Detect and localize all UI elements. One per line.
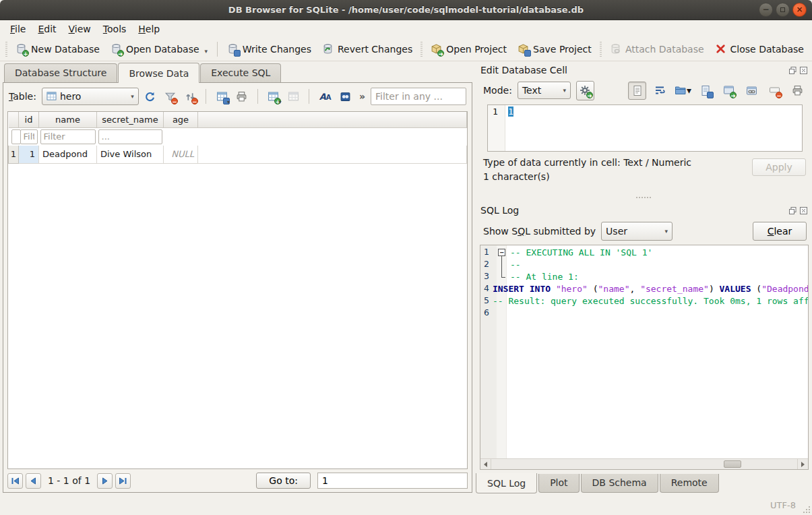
open-database-button[interactable]: ➜ Open Database ▾ — [105, 40, 213, 57]
print-cell-button[interactable] — [788, 82, 807, 100]
find-in-table-button[interactable] — [336, 88, 354, 105]
data-grid: id name secret_name age — [7, 111, 468, 469]
toolbar-handle[interactable] — [600, 42, 602, 57]
log-horizontal-scrollbar[interactable] — [480, 458, 808, 469]
filter-input-name[interactable] — [20, 129, 38, 144]
copy-link-button[interactable] — [743, 82, 761, 100]
log-line-number: 2 — [480, 259, 497, 271]
clear-sorting-button[interactable]: − — [181, 88, 199, 105]
edit-cell-toolbar: Mode: Text ▾ ➜ — [475, 78, 812, 103]
import-cell-data-button[interactable]: ▾ — [674, 82, 692, 100]
fold-marker[interactable]: − — [497, 247, 507, 259]
auto-switch-mode-button[interactable]: ➜ — [576, 81, 594, 100]
menu-tools[interactable]: Tools — [97, 22, 133, 36]
refresh-button[interactable] — [142, 88, 159, 105]
close-panel-icon[interactable] — [799, 206, 808, 215]
float-panel-icon[interactable] — [788, 66, 797, 75]
cell-id[interactable]: 1 — [19, 146, 39, 164]
print-button[interactable] — [233, 88, 251, 105]
close-icon: × — [796, 5, 803, 14]
edit-display-format-button[interactable]: AA — [316, 88, 334, 105]
clear-log-button[interactable]: Clear — [753, 222, 807, 241]
word-wrap-button[interactable] — [651, 82, 669, 100]
menu-view[interactable]: View — [63, 22, 97, 36]
toolbar-overflow-chevron[interactable]: » — [356, 91, 368, 102]
table-select[interactable]: hero ▾ — [42, 88, 139, 105]
last-record-button[interactable] — [115, 473, 131, 489]
tab-sql-log[interactable]: SQL Log — [476, 473, 537, 493]
maximize-button[interactable] — [776, 3, 790, 17]
scroll-right-arrow[interactable] — [797, 459, 808, 469]
close-panel-icon[interactable] — [799, 66, 808, 75]
folder-open-icon — [675, 85, 687, 96]
scrollbar-thumb[interactable] — [724, 460, 741, 468]
fold-gutter — [497, 259, 507, 271]
first-record-button[interactable] — [7, 473, 23, 489]
close-database-button[interactable]: Close Database — [710, 40, 809, 57]
open-project-icon: ➜ — [431, 43, 442, 55]
open-database-icon: ➜ — [111, 43, 122, 55]
set-null-icon: − — [769, 85, 780, 96]
open-in-external-app-button[interactable]: ➜ — [720, 82, 738, 100]
filter-any-column-input[interactable] — [371, 88, 466, 105]
cell-editor[interactable]: 1 1 — [487, 104, 803, 152]
goto-input[interactable] — [317, 473, 468, 489]
column-header-name[interactable]: name — [39, 112, 97, 127]
open-database-menu-arrow[interactable]: ▾ — [205, 48, 208, 55]
titlebar[interactable]: DB Browser for SQLite - /home/user/code/… — [0, 0, 812, 20]
mode-select[interactable]: Text ▾ — [518, 82, 571, 99]
panel-splitter[interactable] — [475, 193, 812, 202]
sql-log-view[interactable]: 1−-- EXECUTING ALL IN 'SQL 1'2--3-- At l… — [480, 245, 809, 470]
log-line-text: INSERT INTO "hero" ("name", "secret_name… — [489, 283, 809, 295]
filter-input-age[interactable] — [98, 129, 162, 144]
resize-grip[interactable] — [803, 506, 810, 513]
tab-execute-sql[interactable]: Execute SQL — [200, 63, 281, 82]
cell-name[interactable]: Deadpond — [39, 146, 97, 164]
goto-button[interactable]: Go to: — [256, 473, 311, 489]
save-project-button[interactable]: Save Project — [512, 40, 597, 57]
set-null-button[interactable]: − — [766, 82, 784, 100]
scroll-left-arrow[interactable] — [480, 459, 491, 469]
cell-age[interactable]: NULL — [164, 146, 198, 164]
mode-select-value: Text — [522, 85, 541, 96]
minimize-button[interactable]: − — [759, 3, 773, 17]
menu-help[interactable]: Help — [132, 22, 166, 36]
tab-browse-data[interactable]: Browse Data — [118, 63, 199, 83]
fold-collapse-icon[interactable]: − — [498, 249, 505, 256]
sql-submitter-select[interactable]: User ▾ — [601, 222, 673, 241]
close-button[interactable]: × — [792, 3, 807, 17]
last-record-icon — [119, 477, 127, 485]
revert-changes-icon — [322, 43, 334, 55]
filter-input-id[interactable] — [11, 129, 21, 144]
export-cell-data-button[interactable] — [697, 82, 715, 100]
filter-input-secret-name[interactable] — [40, 129, 96, 144]
record-count: 1 - 1 of 1 — [48, 475, 90, 486]
cell-secret-name[interactable]: Dive Wilson — [97, 146, 164, 164]
menu-file[interactable]: File — [4, 22, 32, 36]
column-header-secret-name[interactable]: secret_name — [97, 112, 164, 127]
export-table-button[interactable]: ▾ — [213, 88, 230, 105]
tab-db-schema[interactable]: DB Schema — [581, 474, 658, 493]
write-changes-button[interactable]: Write Changes — [222, 40, 317, 57]
menu-edit[interactable]: Edit — [32, 22, 62, 36]
grid-corner[interactable] — [9, 112, 19, 127]
text-mode-button[interactable] — [628, 82, 646, 100]
column-header-id[interactable]: id — [19, 112, 39, 127]
column-header-age[interactable]: age — [164, 112, 198, 127]
revert-changes-button[interactable]: Revert Changes — [317, 40, 418, 57]
tab-database-structure[interactable]: Database Structure — [4, 63, 117, 82]
clear-sorting-icon: − — [185, 91, 196, 102]
toolbar-handle[interactable] — [5, 42, 7, 57]
insert-record-button[interactable]: + ▾ — [265, 88, 282, 105]
float-panel-icon[interactable] — [788, 206, 797, 215]
toolbar-handle[interactable] — [420, 42, 423, 57]
row-header[interactable]: 1 — [9, 146, 19, 164]
open-project-button[interactable]: ➜ Open Project — [425, 40, 512, 57]
new-database-button[interactable]: + New Database — [10, 40, 105, 57]
tab-remote[interactable]: Remote — [660, 474, 719, 493]
previous-record-button[interactable] — [26, 473, 41, 489]
log-line-text: -- — [507, 259, 521, 271]
next-record-button[interactable] — [97, 473, 113, 489]
clear-filters-button[interactable]: − — [162, 88, 179, 105]
tab-plot[interactable]: Plot — [538, 474, 579, 493]
